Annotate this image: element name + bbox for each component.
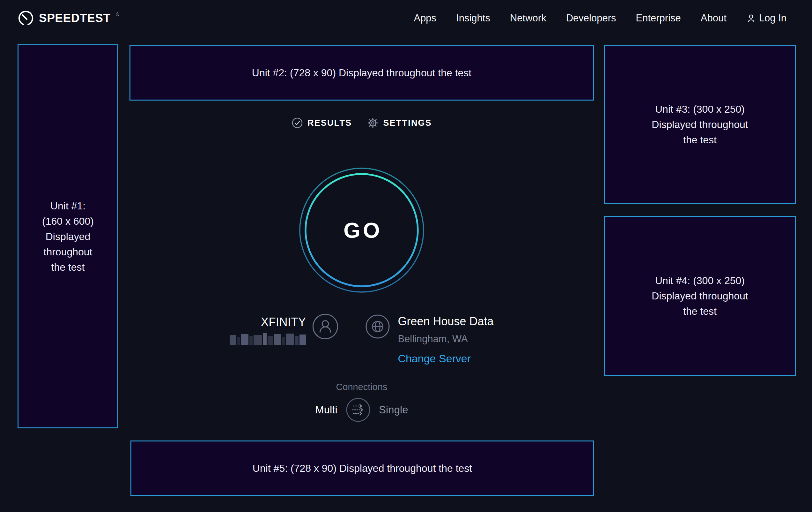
go-button[interactable]: GO [298, 167, 425, 293]
user-icon [746, 14, 756, 23]
check-circle-icon [291, 117, 303, 129]
gear-icon [367, 117, 379, 129]
tab-settings[interactable]: SETTINGS [367, 117, 432, 129]
connections-toggle-button[interactable] [346, 397, 371, 422]
login-label: Log In [759, 12, 786, 24]
connections-single-option[interactable]: Single [379, 404, 408, 416]
isp-block: XFINITY [230, 313, 306, 345]
nav-item-developers[interactable]: Developers [566, 12, 616, 24]
change-server-link[interactable]: Change Server [398, 352, 471, 365]
ad-unit-2[interactable]: Unit #2: (728 x 90) Displayed throughout… [129, 45, 594, 101]
speedtest-page: SPEEDTEST ® Apps Insights Network Develo… [0, 0, 812, 512]
ad-unit-4-text: Unit #4: (300 x 250) Displayed throughou… [651, 273, 748, 319]
connections-multi-option[interactable]: Multi [315, 404, 338, 416]
nav-item-about[interactable]: About [701, 12, 727, 24]
server-name: Green House Data [398, 315, 493, 328]
tab-settings-label: SETTINGS [383, 118, 432, 128]
ad-unit-4[interactable]: Unit #4: (300 x 250) Displayed throughou… [604, 216, 796, 376]
isp-server-row: XFINITY Green House Data Belli [129, 313, 594, 365]
ad-unit-3[interactable]: Unit #3: (300 x 250) Displayed throughou… [604, 45, 796, 204]
isp-avatar-icon [312, 314, 338, 340]
redacted-ip [230, 332, 306, 345]
main-nav: Apps Insights Network Developers Enterpr… [414, 12, 786, 24]
isp-name: XFINITY [261, 315, 306, 329]
tab-results[interactable]: RESULTS [291, 117, 352, 129]
globe-icon [365, 314, 390, 339]
go-button-label: GO [344, 218, 382, 243]
tab-results-label: RESULTS [308, 118, 352, 128]
server-location: Bellingham, WA [398, 333, 468, 345]
nav-item-apps[interactable]: Apps [414, 12, 436, 24]
connections-row: Multi Single [129, 397, 594, 423]
ad-unit-1-text: Unit #1: (160 x 600) Displayed throughou… [42, 198, 94, 275]
ad-unit-3-text: Unit #3: (300 x 250) Displayed throughou… [651, 102, 748, 147]
nav-item-enterprise[interactable]: Enterprise [636, 12, 680, 24]
top-nav: SPEEDTEST ® Apps Insights Network Develo… [0, 0, 812, 36]
speedtest-logo[interactable]: SPEEDTEST ® [18, 10, 119, 26]
logo-trademark: ® [116, 12, 119, 17]
ad-unit-5-text: Unit #5: (728 x 90) Displayed throughout… [253, 461, 472, 476]
speedometer-icon [18, 10, 34, 26]
tabs-row: RESULTS SETTINGS [129, 113, 594, 132]
logo-text: SPEEDTEST [39, 11, 111, 25]
multi-connections-icon [346, 397, 371, 422]
ad-unit-5[interactable]: Unit #5: (728 x 90) Displayed throughout… [130, 440, 594, 496]
ad-unit-1[interactable]: Unit #1: (160 x 600) Displayed throughou… [18, 44, 118, 428]
connections-label: Connections [129, 382, 594, 392]
nav-item-insights[interactable]: Insights [456, 12, 490, 24]
ad-unit-2-text: Unit #2: (728 x 90) Displayed throughout… [252, 65, 471, 80]
login-button[interactable]: Log In [746, 12, 786, 24]
nav-item-network[interactable]: Network [510, 12, 546, 24]
server-block: Green House Data Bellingham, WA Change S… [398, 313, 493, 365]
